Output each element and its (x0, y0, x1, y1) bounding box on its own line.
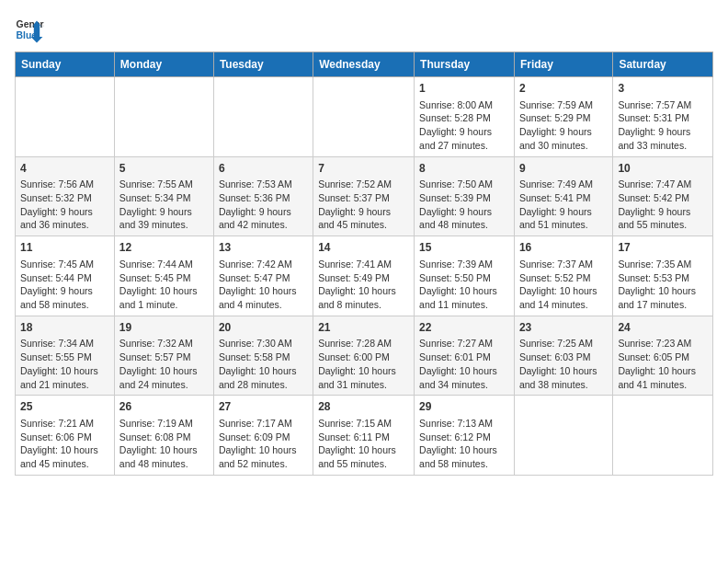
day-info: Sunrise: 7:53 AM (219, 178, 308, 191)
day-info: Daylight: 9 hours and 55 minutes. (618, 205, 708, 232)
day-info: Sunset: 6:05 PM (618, 350, 708, 364)
calendar-cell: 7Sunrise: 7:52 AMSunset: 5:37 PMDaylight… (313, 156, 415, 236)
day-info: Sunrise: 7:35 AM (618, 258, 708, 271)
day-info: Sunrise: 7:57 AM (618, 98, 708, 112)
day-info: Daylight: 9 hours and 58 minutes. (20, 284, 109, 311)
day-info: Daylight: 10 hours and 41 minutes. (618, 364, 708, 391)
calendar-cell: 6Sunrise: 7:53 AMSunset: 5:36 PMDaylight… (213, 156, 313, 236)
calendar-cell (514, 396, 612, 476)
day-number: 13 (219, 240, 308, 256)
day-number: 27 (219, 399, 308, 415)
day-info: Daylight: 10 hours and 31 minutes. (318, 364, 409, 391)
day-info: Sunrise: 7:37 AM (519, 258, 608, 271)
day-info: Daylight: 9 hours and 51 minutes. (519, 205, 608, 232)
day-info: Daylight: 10 hours and 38 minutes. (519, 364, 608, 391)
weekday-header-friday: Friday (514, 52, 612, 77)
day-number: 20 (219, 320, 308, 336)
day-info: Sunset: 5:58 PM (219, 350, 308, 364)
day-info: Daylight: 10 hours and 34 minutes. (419, 364, 509, 391)
day-info: Sunset: 5:55 PM (20, 350, 109, 364)
calendar-cell: 25Sunrise: 7:21 AMSunset: 6:06 PMDayligh… (16, 396, 115, 476)
day-number: 29 (419, 399, 509, 415)
day-number: 8 (419, 161, 509, 177)
day-number: 4 (20, 161, 109, 177)
calendar-cell: 15Sunrise: 7:39 AMSunset: 5:50 PMDayligh… (415, 236, 515, 316)
day-info: Sunset: 5:50 PM (419, 271, 509, 285)
calendar-cell: 4Sunrise: 7:56 AMSunset: 5:32 PMDaylight… (16, 156, 115, 236)
day-info: Daylight: 10 hours and 1 minute. (119, 284, 209, 311)
day-number: 16 (519, 240, 608, 256)
calendar-cell: 13Sunrise: 7:42 AMSunset: 5:47 PMDayligh… (213, 236, 313, 316)
day-info: Sunrise: 7:59 AM (519, 98, 608, 112)
day-info: Sunset: 5:45 PM (119, 271, 209, 285)
day-info: Sunset: 6:01 PM (419, 350, 509, 364)
day-number: 25 (20, 399, 109, 415)
day-info: Sunrise: 7:25 AM (519, 337, 608, 350)
weekday-header-sunday: Sunday (16, 52, 115, 77)
day-info: Sunrise: 7:19 AM (119, 417, 209, 431)
calendar-body: 1Sunrise: 8:00 AMSunset: 5:28 PMDaylight… (16, 77, 713, 476)
calendar-cell: 23Sunrise: 7:25 AMSunset: 6:03 PMDayligh… (514, 316, 612, 396)
day-info: Sunset: 5:32 PM (20, 191, 109, 205)
day-number: 9 (519, 161, 608, 177)
day-info: Sunrise: 7:34 AM (20, 337, 109, 350)
day-info: Daylight: 9 hours and 27 minutes. (419, 125, 509, 152)
calendar-cell: 2Sunrise: 7:59 AMSunset: 5:29 PMDaylight… (514, 77, 612, 157)
day-info: Sunset: 5:31 PM (618, 111, 708, 125)
day-number: 24 (618, 320, 708, 336)
day-number: 5 (119, 161, 209, 177)
day-number: 28 (318, 399, 409, 415)
day-info: Sunrise: 7:42 AM (219, 258, 308, 271)
calendar-cell: 24Sunrise: 7:23 AMSunset: 6:05 PMDayligh… (613, 316, 713, 396)
day-number: 18 (20, 320, 109, 336)
calendar-cell: 20Sunrise: 7:30 AMSunset: 5:58 PMDayligh… (213, 316, 313, 396)
calendar-week-0: 1Sunrise: 8:00 AMSunset: 5:28 PMDaylight… (16, 77, 713, 157)
weekday-header-thursday: Thursday (415, 52, 515, 77)
calendar-cell: 22Sunrise: 7:27 AMSunset: 6:01 PMDayligh… (415, 316, 515, 396)
day-number: 11 (20, 240, 109, 256)
day-info: Daylight: 10 hours and 17 minutes. (618, 284, 708, 311)
day-info: Daylight: 9 hours and 36 minutes. (20, 205, 109, 232)
day-number: 22 (419, 320, 509, 336)
day-info: Daylight: 9 hours and 30 minutes. (519, 125, 608, 152)
calendar-cell: 8Sunrise: 7:50 AMSunset: 5:39 PMDaylight… (415, 156, 515, 236)
day-number: 26 (119, 399, 209, 415)
calendar-cell: 1Sunrise: 8:00 AMSunset: 5:28 PMDaylight… (415, 77, 515, 157)
calendar-cell: 18Sunrise: 7:34 AMSunset: 5:55 PMDayligh… (16, 316, 115, 396)
day-info: Sunrise: 7:41 AM (318, 258, 409, 271)
day-info: Sunrise: 7:28 AM (318, 337, 409, 350)
calendar-cell: 10Sunrise: 7:47 AMSunset: 5:42 PMDayligh… (613, 156, 713, 236)
day-info: Daylight: 10 hours and 45 minutes. (20, 443, 109, 470)
calendar-cell: 12Sunrise: 7:44 AMSunset: 5:45 PMDayligh… (114, 236, 213, 316)
day-info: Sunrise: 7:30 AM (219, 337, 308, 350)
day-info: Sunset: 6:11 PM (318, 431, 409, 444)
day-number: 1 (419, 81, 509, 97)
calendar-cell: 9Sunrise: 7:49 AMSunset: 5:41 PMDaylight… (514, 156, 612, 236)
day-info: Daylight: 10 hours and 24 minutes. (119, 364, 209, 391)
day-info: Sunset: 5:36 PM (219, 191, 308, 205)
day-info: Sunrise: 7:52 AM (318, 178, 409, 191)
calendar-cell: 11Sunrise: 7:45 AMSunset: 5:44 PMDayligh… (16, 236, 115, 316)
day-info: Daylight: 10 hours and 8 minutes. (318, 284, 409, 311)
day-info: Daylight: 10 hours and 4 minutes. (219, 284, 308, 311)
day-info: Sunset: 5:52 PM (519, 271, 608, 285)
day-info: Sunrise: 8:00 AM (419, 98, 509, 112)
calendar-cell: 19Sunrise: 7:32 AMSunset: 5:57 PMDayligh… (114, 316, 213, 396)
calendar-week-2: 11Sunrise: 7:45 AMSunset: 5:44 PMDayligh… (16, 236, 713, 316)
day-info: Sunrise: 7:15 AM (318, 417, 409, 431)
calendar-cell: 16Sunrise: 7:37 AMSunset: 5:52 PMDayligh… (514, 236, 612, 316)
day-info: Sunset: 5:47 PM (219, 271, 308, 285)
calendar-cell (213, 77, 313, 157)
calendar-cell: 26Sunrise: 7:19 AMSunset: 6:08 PMDayligh… (114, 396, 213, 476)
calendar-cell (313, 77, 415, 157)
calendar-cell: 28Sunrise: 7:15 AMSunset: 6:11 PMDayligh… (313, 396, 415, 476)
day-number: 12 (119, 240, 209, 256)
day-info: Daylight: 9 hours and 42 minutes. (219, 205, 308, 232)
day-info: Sunrise: 7:21 AM (20, 417, 109, 431)
day-info: Daylight: 9 hours and 48 minutes. (419, 205, 509, 232)
day-number: 17 (618, 240, 708, 256)
logo-icon: General Blue (15, 15, 44, 44)
calendar-cell: 21Sunrise: 7:28 AMSunset: 6:00 PMDayligh… (313, 316, 415, 396)
day-info: Sunrise: 7:49 AM (519, 178, 608, 191)
day-info: Sunset: 5:44 PM (20, 271, 109, 285)
